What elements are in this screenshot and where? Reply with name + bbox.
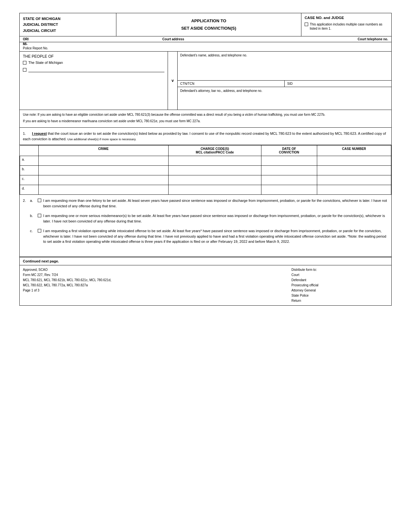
application-title-line2: SET ASIDE CONVICTION(S)	[181, 25, 236, 32]
footer-page: Page 1 of 3	[23, 288, 291, 293]
footer-form: Form MC 227, Rev. 7/24	[23, 272, 291, 278]
multiple-cases-checkbox[interactable]	[305, 23, 308, 26]
table-row: c.	[20, 175, 391, 185]
court-telephone-label: Court telephone no.	[301, 37, 391, 41]
footer-right: Distribute form to: Court Defendant Pros…	[291, 267, 388, 303]
header-left: STATE OF MICHIGAN JUDICIAL DISTRICT JUDI…	[20, 13, 116, 36]
continued-section: Continued next page.	[20, 257, 391, 265]
sid-label: SID	[287, 82, 293, 85]
defendant-attorney-label: Defendant's attorney, bar no., address, …	[180, 89, 262, 93]
charge-a[interactable]	[168, 156, 261, 166]
court-address-label: Court address	[45, 37, 301, 41]
section-2-text-b: I am requesting one or more serious misd…	[43, 213, 388, 224]
sid-box: SID	[285, 81, 391, 87]
crime-table: CRIME CHARGE CODE(S)MCL citation/PACC Co…	[20, 145, 391, 195]
crime-c[interactable]	[38, 175, 168, 185]
distribute-return: Return	[291, 298, 388, 303]
date-b[interactable]	[261, 166, 317, 175]
people-underline	[28, 67, 164, 72]
footer-approved: Approved, SCAO	[23, 267, 291, 272]
row-label-a: a.	[20, 156, 39, 166]
case-c[interactable]	[317, 175, 391, 185]
police-report-label: Police Report No.	[20, 46, 391, 51]
date-c[interactable]	[261, 175, 317, 185]
section-2-label-c: c.	[30, 228, 38, 234]
michigan-label: The State of Michigan	[28, 61, 63, 64]
section-1: 1. I request that the court issue an ord…	[20, 128, 391, 145]
table-header-crime: CRIME	[38, 145, 168, 156]
footer-mcl1: MCL 780.621, MCL 780.621b, MCL 780.621c,…	[23, 278, 291, 283]
ctn-box: CTN/TCN	[178, 81, 285, 87]
ori-row: ORI Court address Court telephone no.	[20, 36, 391, 42]
section-2-item-c: c. I am requesting a first violation ope…	[30, 228, 388, 244]
charge-d[interactable]	[168, 185, 261, 195]
ctn-label: CTN/TCN	[180, 82, 194, 85]
people-section: THE PEOPLE OF The State of Michigan	[20, 52, 168, 110]
section-2-item-b: b. I am requesting one or more serious m…	[30, 213, 388, 224]
v-section: v	[168, 52, 178, 110]
case-d[interactable]	[317, 185, 391, 195]
defendant-section: Defendant's name, address, and telephone…	[178, 52, 391, 110]
people-defendant-row: THE PEOPLE OF The State of Michigan v De…	[20, 51, 391, 110]
charge-c[interactable]	[168, 175, 261, 185]
crime-a[interactable]	[38, 156, 168, 166]
distribute-prosecuting: Prosecuting official	[291, 283, 388, 288]
charge-b[interactable]	[168, 166, 261, 175]
section-2-label-b: b.	[30, 213, 38, 219]
crime-d[interactable]	[38, 185, 168, 195]
section-1-text: I request that the court issue an order …	[23, 132, 386, 141]
section-2-checkbox-c[interactable]	[38, 229, 41, 232]
section-1-bold: I request	[32, 132, 47, 135]
application-title-line1: APPLICATION TO	[181, 17, 236, 25]
distribute-label: Distribute form to:	[291, 267, 388, 272]
ctn-sid-row: CTN/TCN SID	[178, 81, 391, 87]
circuit-label: JUDICIAL CIRCUIT	[23, 29, 56, 33]
use-note-section: Use note: If you are asking to have an e…	[20, 110, 391, 128]
ori-label: ORI	[20, 37, 45, 41]
section-2-item-a: a. I am requesting more than one felony …	[30, 198, 388, 209]
section-2-items: a. I am requesting more than one felony …	[30, 198, 388, 249]
header-center: APPLICATION TO SET ASIDE CONVICTION(S)	[116, 13, 301, 36]
distribute-court: Court	[291, 272, 388, 278]
multiple-cases-label: This application includes multiple case …	[310, 22, 388, 31]
people-additional-line	[23, 67, 164, 72]
footer-row: Approved, SCAO Form MC 227, Rev. 7/24 MC…	[20, 265, 391, 305]
table-header-case: CASE NUMBER	[317, 145, 391, 156]
section-1-small: Use additional sheet(s) if more space is…	[66, 137, 136, 141]
case-a[interactable]	[317, 156, 391, 166]
section-2-checkbox-a[interactable]	[38, 199, 41, 202]
section-2: 2. a. I am requesting more than one felo…	[20, 195, 391, 257]
state-label: STATE OF MICHIGAN	[23, 17, 60, 21]
mi-label: MI-	[20, 42, 391, 46]
date-a[interactable]	[261, 156, 317, 166]
table-row: b.	[20, 166, 391, 175]
footer-mcl2: MCL 780.622, MCL 780.772a, MCL 780.827a	[23, 283, 291, 288]
crime-b[interactable]	[38, 166, 168, 175]
v-label: v	[171, 78, 174, 83]
case-b[interactable]	[317, 166, 391, 175]
section-2-text-a: I am requesting more than one felony to …	[43, 198, 388, 209]
section-1-number: 1.	[23, 132, 26, 135]
footer-left: Approved, SCAO Form MC 227, Rev. 7/24 MC…	[23, 267, 291, 303]
michigan-checkbox[interactable]	[23, 61, 26, 64]
table-header-date: DATE OFCONVICTION	[261, 145, 317, 156]
date-d[interactable]	[261, 185, 317, 195]
use-note-para1: Use note: If you are asking to have an e…	[23, 113, 388, 117]
distribute-state-police: State Police	[291, 293, 388, 298]
use-note-para2: If you are asking to have a misdemeanor …	[23, 119, 388, 123]
defendant-attorney-box: Defendant's attorney, bar no., address, …	[178, 87, 391, 110]
distribute-attorney-general: Attorney General	[291, 288, 388, 293]
section-2-checkbox-b[interactable]	[38, 214, 41, 217]
section-2-label-a: a.	[30, 198, 38, 203]
case-no-judge-label: CASE NO. and JUDGE	[305, 16, 388, 20]
header-right: CASE NO. and JUDGE This application incl…	[301, 13, 391, 36]
distribute-defendant: Defendant	[291, 278, 388, 283]
district-label: JUDICIAL DISTRICT	[23, 23, 58, 26]
row-label-c: c.	[20, 175, 39, 185]
row-label-d: d.	[20, 185, 39, 195]
continued-text: Continued next page.	[23, 259, 59, 263]
people-title: THE PEOPLE OF	[23, 54, 164, 59]
additional-checkbox[interactable]	[23, 68, 26, 72]
section-2-header: 2. a. I am requesting more than one felo…	[23, 198, 388, 249]
michigan-checkbox-line: The State of Michigan	[23, 61, 164, 64]
